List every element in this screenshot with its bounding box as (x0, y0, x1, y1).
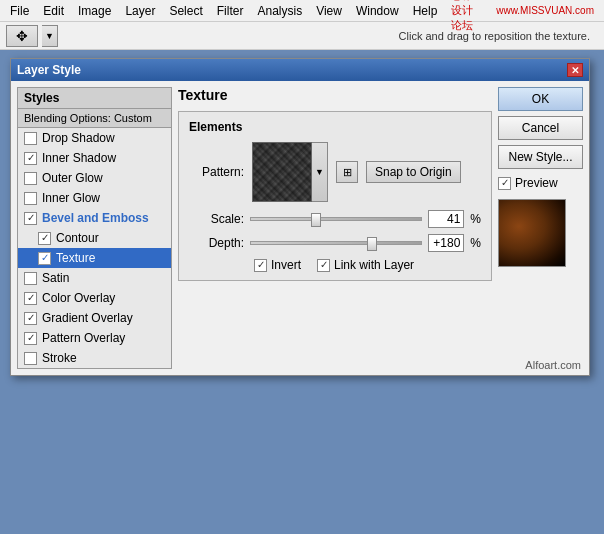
pattern-preview[interactable] (252, 142, 312, 202)
bevel-emboss-checkbox[interactable]: ✓ (24, 212, 37, 225)
bevel-emboss-label: Bevel and Emboss (42, 211, 149, 225)
scale-value[interactable]: 41 (428, 210, 464, 228)
scale-label: Scale: (189, 212, 244, 226)
right-panel: OK Cancel New Style... ✓ Preview (498, 87, 583, 369)
pattern-options-button[interactable]: ⊞ (336, 161, 358, 183)
menu-analysis[interactable]: Analysis (251, 2, 308, 20)
satin-label: Satin (42, 271, 69, 285)
new-style-button[interactable]: New Style... (498, 145, 583, 169)
menu-view[interactable]: View (310, 2, 348, 20)
depth-unit: % (470, 236, 481, 250)
toolbar: ✥ ▼ Click and drag to reposition the tex… (0, 22, 604, 50)
elements-label: Elements (189, 120, 481, 134)
dropdown-arrow-icon: ▼ (315, 167, 324, 177)
menu-select[interactable]: Select (163, 2, 208, 20)
style-color-overlay[interactable]: ✓ Color Overlay (18, 288, 171, 308)
dialog-body: Styles Blending Options: Custom Drop Sha… (11, 81, 589, 375)
watermark: Alfoart.com (525, 359, 581, 371)
invert-option[interactable]: ✓ Invert (254, 258, 301, 272)
link-layer-option[interactable]: ✓ Link with Layer (317, 258, 414, 272)
dialog-close-button[interactable]: ✕ (567, 63, 583, 77)
style-inner-glow[interactable]: Inner Glow (18, 188, 171, 208)
preview-thumbnail (498, 199, 566, 267)
section-title: Texture (178, 87, 492, 103)
toolbar-tip: Click and drag to reposition the texture… (399, 30, 590, 42)
depth-row: Depth: +180 % (189, 234, 481, 252)
outer-glow-label: Outer Glow (42, 171, 103, 185)
scale-thumb[interactable] (311, 213, 321, 227)
stroke-label: Stroke (42, 351, 77, 365)
style-contour[interactable]: ✓ Contour (18, 228, 171, 248)
link-layer-label: Link with Layer (334, 258, 414, 272)
styles-panel-header: Styles (18, 88, 171, 109)
ok-button[interactable]: OK (498, 87, 583, 111)
inner-glow-checkbox[interactable] (24, 192, 37, 205)
elements-box: Elements Pattern: ▼ ⊞ Sn (178, 111, 492, 281)
style-stroke[interactable]: Stroke (18, 348, 171, 368)
style-satin[interactable]: Satin (18, 268, 171, 288)
preview-image (499, 200, 565, 266)
style-pattern-overlay[interactable]: ✓ Pattern Overlay (18, 328, 171, 348)
style-outer-glow[interactable]: Outer Glow (18, 168, 171, 188)
style-drop-shadow[interactable]: Drop Shadow (18, 128, 171, 148)
gradient-overlay-label: Gradient Overlay (42, 311, 133, 325)
satin-checkbox[interactable] (24, 272, 37, 285)
depth-thumb[interactable] (367, 237, 377, 251)
options-icon: ⊞ (343, 166, 352, 179)
stroke-checkbox[interactable] (24, 352, 37, 365)
pattern-texture-display (253, 143, 311, 201)
preview-option[interactable]: ✓ Preview (498, 176, 583, 190)
pattern-overlay-checkbox[interactable]: ✓ (24, 332, 37, 345)
blending-options-item[interactable]: Blending Options: Custom (18, 109, 171, 128)
cancel-button[interactable]: Cancel (498, 116, 583, 140)
menu-image[interactable]: Image (72, 2, 117, 20)
style-gradient-overlay[interactable]: ✓ Gradient Overlay (18, 308, 171, 328)
main-content: Texture Elements Pattern: ▼ ⊞ (178, 87, 492, 369)
style-inner-shadow[interactable]: ✓ Inner Shadow (18, 148, 171, 168)
tool-options-arrow[interactable]: ▼ (42, 25, 58, 47)
style-texture[interactable]: ✓ Texture (18, 248, 171, 268)
menu-file[interactable]: File (4, 2, 35, 20)
scale-row: Scale: 41 % (189, 210, 481, 228)
menu-edit[interactable]: Edit (37, 2, 70, 20)
inner-shadow-checkbox[interactable]: ✓ (24, 152, 37, 165)
invert-label: Invert (271, 258, 301, 272)
styles-panel: Styles Blending Options: Custom Drop Sha… (17, 87, 172, 369)
menu-website: www.MISSVUAN.com (490, 3, 600, 18)
scale-unit: % (470, 212, 481, 226)
menu-window[interactable]: Window (350, 2, 405, 20)
contour-checkbox[interactable]: ✓ (38, 232, 51, 245)
move-tool[interactable]: ✥ (6, 25, 38, 47)
preview-label: Preview (515, 176, 558, 190)
depth-label: Depth: (189, 236, 244, 250)
dialog-titlebar: Layer Style ✕ (11, 59, 589, 81)
texture-checkbox[interactable]: ✓ (38, 252, 51, 265)
menu-help[interactable]: Help (407, 2, 444, 20)
style-bevel-emboss[interactable]: ✓ Bevel and Emboss (18, 208, 171, 228)
layer-style-dialog: Layer Style ✕ Styles Blending Options: C… (10, 58, 590, 376)
menu-bar: File Edit Image Layer Select Filter Anal… (0, 0, 604, 22)
scale-slider[interactable] (250, 217, 422, 221)
inner-shadow-label: Inner Shadow (42, 151, 116, 165)
inner-glow-label: Inner Glow (42, 191, 100, 205)
color-overlay-label: Color Overlay (42, 291, 115, 305)
preview-checkbox-box[interactable]: ✓ (498, 177, 511, 190)
pattern-dropdown-button[interactable]: ▼ (312, 142, 328, 202)
snap-to-origin-button[interactable]: Snap to Origin (366, 161, 461, 183)
link-layer-checkbox[interactable]: ✓ (317, 259, 330, 272)
pattern-control: ▼ (252, 142, 328, 202)
gradient-overlay-checkbox[interactable]: ✓ (24, 312, 37, 325)
drop-shadow-label: Drop Shadow (42, 131, 115, 145)
pattern-overlay-label: Pattern Overlay (42, 331, 125, 345)
pattern-row: Pattern: ▼ ⊞ Snap to Origin (189, 142, 481, 202)
pattern-label: Pattern: (189, 165, 244, 179)
depth-slider[interactable] (250, 241, 422, 245)
depth-value[interactable]: +180 (428, 234, 464, 252)
texture-label: Texture (56, 251, 95, 265)
invert-checkbox[interactable]: ✓ (254, 259, 267, 272)
menu-filter[interactable]: Filter (211, 2, 250, 20)
drop-shadow-checkbox[interactable] (24, 132, 37, 145)
menu-layer[interactable]: Layer (119, 2, 161, 20)
outer-glow-checkbox[interactable] (24, 172, 37, 185)
color-overlay-checkbox[interactable]: ✓ (24, 292, 37, 305)
